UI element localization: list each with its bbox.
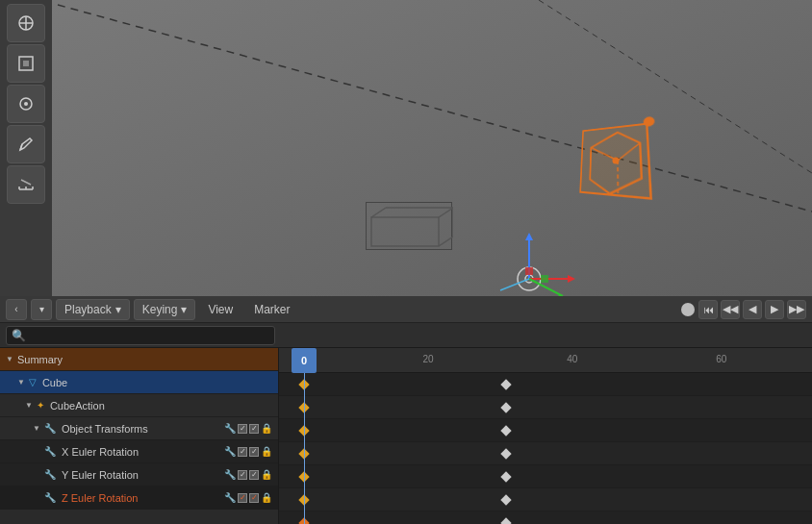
transforms-check1[interactable]: ✓ [238, 424, 247, 434]
z-euler-icon: 🔧 [44, 492, 56, 503]
summary-arrow: ▼ [6, 355, 13, 363]
cubeaction-label: CubeAction [50, 400, 272, 412]
wireframe-box [366, 202, 452, 250]
ruler: 0 20 40 60 [279, 348, 812, 373]
prev-frame-btn[interactable]: ◀ [743, 300, 762, 319]
transform-gizmo [481, 231, 577, 296]
kf-summary-0[interactable] [298, 379, 309, 389]
x-euler-lock-icon: 🔒 [261, 446, 272, 457]
kf-y-0[interactable] [298, 494, 309, 505]
kf-row-cube [279, 396, 812, 419]
jump-start-btn[interactable]: ⏮ [698, 300, 718, 319]
search-icon: 🔍 [12, 329, 26, 342]
kf-action-0[interactable] [298, 425, 309, 436]
playback-menu-btn[interactable]: Playback ▾ [56, 299, 130, 320]
transforms-wrench-icon: 🔧 [224, 423, 236, 434]
keying-menu-btn[interactable]: Keying ▾ [134, 299, 196, 320]
svg-rect-21 [525, 267, 533, 275]
record-indicator [681, 303, 695, 316]
svg-rect-6 [371, 217, 439, 246]
marker-menu-btn[interactable]: Marker [245, 299, 298, 320]
x-euler-check1[interactable]: ✓ [238, 447, 247, 457]
viewport-3d[interactable] [0, 0, 812, 296]
cubeaction-icon: ✦ [37, 400, 44, 411]
tracks-panel: ▼ Summary ▼ ▽ Cube ▼ ✦ CubeAction ▼ [0, 348, 279, 524]
y-euler-check1[interactable]: ✓ [238, 470, 247, 480]
cube-arrow: ▼ [17, 378, 25, 387]
kf-transforms-0[interactable] [298, 448, 309, 459]
z-euler-lock-icon: 🔒 [261, 492, 272, 503]
y-euler-check2[interactable]: ✓ [249, 470, 259, 480]
nav-back-btn[interactable]: ‹ [6, 299, 27, 320]
transforms-icon: 🔧 [44, 423, 56, 434]
measure-btn[interactable] [7, 165, 45, 204]
prev-keyframe-btn[interactable]: ◀◀ [721, 300, 740, 319]
kf-cube-0[interactable] [298, 402, 309, 412]
kf-z-30[interactable] [500, 517, 511, 524]
rotate-tool-btn[interactable] [7, 85, 45, 123]
move-tool-btn[interactable] [7, 44, 45, 83]
kf-x-0[interactable] [298, 471, 309, 482]
kf-row-z [279, 512, 812, 524]
selected-cube [579, 123, 652, 200]
keying-label: Keying [142, 303, 178, 316]
z-euler-check1[interactable]: ✓ [238, 493, 247, 503]
cubeaction-track[interactable]: ▼ ✦ CubeAction [0, 394, 278, 417]
kf-transforms-30[interactable] [500, 448, 511, 459]
transforms-controls: 🔧 ✓ ✓ 🔒 [224, 423, 272, 434]
kf-x-30[interactable] [500, 471, 511, 482]
ruler-60: 60 [716, 354, 726, 364]
kf-row-x [279, 465, 812, 488]
svg-line-7 [371, 208, 386, 217]
current-frame-num: 0 [301, 355, 307, 366]
marker-label: Marker [254, 303, 290, 316]
svg-line-20 [500, 279, 529, 290]
timeline-panel: ‹ ▾ Playback ▾ Keying ▾ View Marker ⏮ ◀◀… [0, 296, 812, 524]
cube-track[interactable]: ▼ ▽ Cube [0, 371, 278, 394]
kf-summary-30[interactable] [500, 379, 511, 389]
object-transforms-track[interactable]: ▼ 🔧 Object Transforms 🔧 ✓ ✓ 🔒 [0, 417, 278, 440]
playback-controls: ⏮ ◀◀ ◀ ▶ ▶▶ [698, 300, 806, 319]
next-frame-btn[interactable]: ▶▶ [787, 300, 806, 319]
x-euler-wrench-icon: 🔧 [224, 446, 236, 457]
svg-marker-17 [568, 275, 575, 283]
cube-label: Cube [42, 377, 272, 388]
svg-line-8 [439, 208, 453, 217]
timeline-body: ▼ Summary ▼ ▽ Cube ▼ ✦ CubeAction ▼ [0, 348, 812, 524]
summary-track[interactable]: ▼ Summary [0, 348, 278, 371]
x-euler-check2[interactable]: ✓ [249, 447, 259, 457]
kf-y-30[interactable] [500, 494, 511, 505]
nav-dropdown-btn[interactable]: ▾ [31, 299, 52, 320]
transforms-check2[interactable]: ✓ [249, 424, 259, 434]
y-euler-track[interactable]: 🔧 Y Euler Rotation 🔧 ✓ ✓ 🔒 [0, 463, 278, 487]
kf-row-y [279, 488, 812, 512]
search-input[interactable] [6, 326, 275, 345]
svg-line-10 [439, 237, 453, 246]
ruler-40: 40 [567, 354, 577, 364]
kf-z-0[interactable] [298, 517, 309, 524]
z-euler-label: Z Euler Rotation [62, 492, 220, 504]
playback-label: Playback [64, 303, 112, 316]
viewport-background [0, 0, 812, 296]
z-euler-track[interactable]: 🔧 Z Euler Rotation 🔧 ✓ ✓ 🔒 [0, 487, 278, 510]
annotate-btn[interactable] [7, 125, 45, 163]
kf-row-action [279, 419, 812, 442]
playback-arrow: ▾ [115, 303, 121, 316]
z-euler-wrench-icon: 🔧 [224, 492, 236, 503]
left-toolbar [0, 0, 52, 296]
timeline-header: ‹ ▾ Playback ▾ Keying ▾ View Marker ⏮ ◀◀… [0, 296, 812, 323]
svg-rect-22 [541, 275, 548, 283]
x-euler-label: X Euler Rotation [62, 446, 220, 458]
view-label: View [208, 303, 233, 316]
transforms-lock-icon: 🔒 [261, 423, 272, 434]
kf-cube-30[interactable] [500, 402, 511, 412]
view-menu-btn[interactable]: View [199, 299, 241, 320]
kf-action-30[interactable] [500, 425, 511, 436]
x-euler-track[interactable]: 🔧 X Euler Rotation 🔧 ✓ ✓ 🔒 [0, 440, 278, 463]
keyframe-area[interactable]: 0 20 40 60 [279, 348, 812, 524]
cursor-tool-btn[interactable] [7, 4, 45, 42]
z-euler-check2[interactable]: ✓ [249, 493, 259, 503]
kf-row-summary [279, 373, 812, 396]
y-euler-label: Y Euler Rotation [62, 469, 220, 481]
play-pause-btn[interactable]: ▶ [765, 300, 784, 319]
